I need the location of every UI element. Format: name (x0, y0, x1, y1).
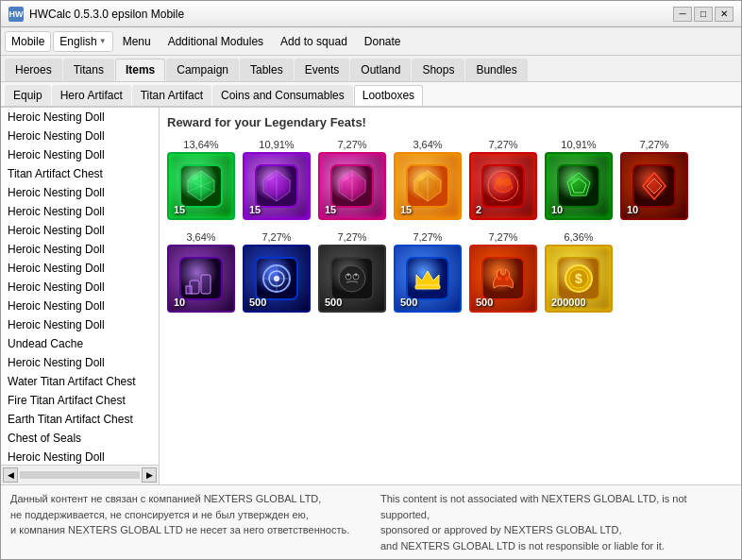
item-percent: 7,27% (337, 231, 366, 243)
sidebar-item-13[interactable]: Heroic Nesting Doll (1, 353, 159, 372)
item-box: 10 (545, 152, 613, 220)
scroll-track[interactable] (20, 471, 140, 479)
item-box: $200000 (545, 245, 613, 313)
item-cell-0-5[interactable]: 10,91%10 (545, 139, 613, 220)
item-percent: 7,27% (488, 139, 517, 150)
sidebar-scrollbar: ◀ ▶ (1, 465, 159, 484)
sidebar-item-18[interactable]: Heroic Nesting Doll (1, 448, 159, 465)
item-cell-1-2[interactable]: 7,27%500 (318, 231, 386, 313)
item-cell-0-0[interactable]: 13,64%15 (167, 139, 235, 220)
item-percent: 7,27% (488, 231, 517, 243)
minimize-button[interactable]: ─ (673, 7, 692, 22)
item-cell-1-1[interactable]: 7,27%500 (243, 231, 311, 313)
item-cell-0-6[interactable]: 7,27%10 (620, 139, 688, 220)
tab-heroes[interactable]: Heroes (5, 59, 62, 81)
footer-left: Данный контент не связан с компанией NEX… (10, 491, 362, 553)
menu-bar: Mobile English ▼ Menu Additional Modules… (1, 27, 741, 56)
item-percent: 7,27% (261, 231, 291, 243)
sidebar-item-7[interactable]: Heroic Nesting Doll (1, 240, 159, 259)
item-cell-0-1[interactable]: 10,91%15 (243, 139, 311, 220)
scroll-left-button[interactable]: ◀ (3, 467, 18, 483)
item-count: 500 (249, 297, 266, 308)
sidebar-item-17[interactable]: Chest of Seals (1, 429, 159, 448)
item-percent: 7,27% (413, 231, 442, 243)
donate-button[interactable]: Donate (357, 32, 409, 51)
sidebar-item-15[interactable]: Fire Titan Artifact Chest (1, 391, 159, 410)
svg-rect-46 (415, 285, 440, 289)
sidebar-item-0[interactable]: Heroic Nesting Doll (1, 108, 159, 127)
add-to-squad-button[interactable]: Add to squad (273, 32, 355, 51)
item-percent: 3,64% (413, 139, 442, 150)
item-cell-1-4[interactable]: 7,27%500 (469, 231, 537, 313)
svg-point-43 (355, 274, 358, 277)
menu-button[interactable]: Menu (115, 32, 159, 51)
maximize-button[interactable]: □ (694, 7, 713, 22)
item-cell-0-3[interactable]: 3,64%15 (394, 139, 462, 220)
subtab-hero-artifact[interactable]: Hero Artifact (52, 85, 131, 106)
sidebar-item-9[interactable]: Heroic Nesting Doll (1, 278, 159, 297)
tab-shops[interactable]: Shops (412, 59, 464, 81)
footer-right: This content is not associated with NEXT… (380, 491, 732, 553)
additional-modules-button[interactable]: Additional Modules (160, 32, 271, 51)
main-panel: Reward for your Legendary Feats! 13,64%1… (160, 108, 741, 484)
item-count: 500 (400, 297, 417, 308)
subtab-titan-artifact[interactable]: Titan Artifact (132, 85, 211, 106)
main-window: HW HWCalc 0.5.3.0 epsilon Mobile ─ □ ✕ M… (0, 0, 742, 560)
tab-items[interactable]: Items (115, 59, 165, 81)
sidebar-item-1[interactable]: Heroic Nesting Doll (1, 127, 159, 145)
item-box: 15 (318, 152, 386, 220)
subtab-lootboxes[interactable]: Lootboxes (354, 85, 423, 106)
item-cell-0-2[interactable]: 7,27%15 (318, 139, 386, 220)
language-label: English (59, 35, 96, 48)
item-cell-1-3[interactable]: 7,27%500 (394, 231, 462, 313)
sidebar-item-12[interactable]: Undead Cache (1, 334, 159, 353)
item-box: 10 (620, 152, 688, 220)
sub-tabs: Equip Hero Artifact Titan Artifact Coins… (1, 82, 741, 108)
item-cell-0-4[interactable]: 7,27%2 (469, 139, 537, 220)
window-title: HWCalc 0.5.3.0 epsilon Mobile (29, 8, 667, 21)
tab-outland[interactable]: Outland (350, 59, 411, 81)
sidebar-item-14[interactable]: Water Titan Artifact Chest (1, 372, 159, 391)
item-percent: 7,27% (639, 139, 668, 150)
item-cell-1-0[interactable]: 3,64%10 (167, 231, 235, 313)
item-box: 15 (243, 152, 311, 220)
svg-point-48 (497, 277, 501, 280)
app-icon: HW (8, 7, 24, 22)
tab-campaign[interactable]: Campaign (166, 59, 239, 81)
sidebar-item-16[interactable]: Earth Titan Artifact Chest (1, 410, 159, 429)
tab-bundles[interactable]: Bundles (465, 59, 527, 81)
close-button[interactable]: ✕ (715, 7, 734, 22)
sidebar-item-3[interactable]: Titan Artifact Chest (1, 164, 159, 183)
chevron-down-icon: ▼ (99, 37, 107, 45)
tab-events[interactable]: Events (295, 59, 350, 81)
sidebar-item-4[interactable]: Heroic Nesting Doll (1, 183, 159, 202)
item-count: 2 (476, 204, 481, 215)
tab-tables[interactable]: Tables (240, 59, 294, 81)
sidebar-item-8[interactable]: Heroic Nesting Doll (1, 259, 159, 278)
svg-point-49 (505, 277, 509, 280)
sidebar-item-6[interactable]: Heroic Nesting Doll (1, 221, 159, 240)
scroll-right-button[interactable]: ▶ (142, 467, 157, 483)
item-percent: 10,91% (259, 139, 294, 150)
item-count: 500 (325, 297, 342, 308)
mobile-dropdown[interactable]: Mobile (5, 31, 51, 52)
item-count: 500 (476, 297, 493, 308)
sidebar-item-2[interactable]: Heroic Nesting Doll (1, 145, 159, 164)
item-cell-1-5[interactable]: 6,36%$200000 (545, 231, 613, 313)
item-percent: 13,64% (183, 139, 218, 150)
items-grid: 13,64%1510,91%157,27%153,64%157,27%210,9… (167, 139, 734, 313)
language-dropdown[interactable]: English ▼ (53, 31, 112, 52)
sidebar-item-10[interactable]: Heroic Nesting Doll (1, 297, 159, 315)
item-box: 500 (394, 245, 462, 313)
sidebar-item-11[interactable]: Heroic Nesting Doll (1, 315, 159, 334)
svg-point-21 (503, 178, 511, 186)
subtab-equip[interactable]: Equip (5, 85, 51, 106)
content-area: Heroic Nesting DollHeroic Nesting DollHe… (1, 108, 741, 484)
tab-titans[interactable]: Titans (63, 59, 114, 81)
subtab-coins-consumables[interactable]: Coins and Consumables (212, 85, 353, 106)
window-controls: ─ □ ✕ (673, 7, 734, 22)
item-box: 500 (469, 245, 537, 313)
item-count: 200000 (551, 297, 586, 308)
item-box: 15 (394, 152, 462, 220)
sidebar-item-5[interactable]: Heroic Nesting Doll (1, 202, 159, 221)
